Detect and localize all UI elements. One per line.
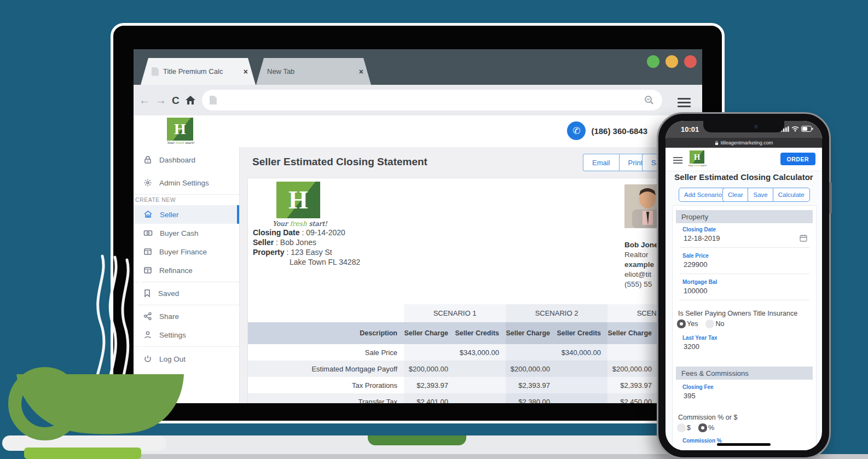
reload-icon[interactable]: C	[172, 95, 180, 106]
zoom-search-icon[interactable]	[644, 95, 655, 106]
app-main: Dashboard Admin Settings CREATE NEW Sell…	[134, 147, 702, 403]
lock-icon	[715, 141, 719, 146]
cash-icon	[143, 229, 153, 237]
home-indicator[interactable]	[717, 443, 771, 446]
window-green-light[interactable]	[647, 55, 659, 68]
home-icon[interactable]	[185, 95, 196, 106]
percent-radio[interactable]	[698, 423, 707, 432]
clock: 10:01	[681, 125, 699, 133]
lock-icon	[143, 155, 152, 164]
table-row: Tax Prorations $2,393.97 $2,393.97 $2,39…	[248, 377, 702, 393]
scenario-group-header: SCENARIO 1 SCENARIO 2 SCENARIO 3	[248, 304, 702, 322]
contact-phone: ✆ (186) 360-6843	[567, 121, 647, 140]
window-controls	[647, 55, 697, 68]
tab-label: Title Premium Calc	[163, 67, 239, 75]
table-column-headers: Description Seller Charge Seller Credits…	[248, 322, 702, 344]
closing-date-label: Closing Date	[682, 226, 716, 233]
company-logo: H	[167, 118, 193, 141]
window-red-light[interactable]	[684, 55, 697, 68]
phone-icon: ✆	[567, 121, 586, 140]
owners-title-insurance-question: Is Seller Paying Owners Title Insurance	[678, 310, 797, 317]
sidebar-label: Admin Settings	[159, 179, 209, 187]
no-radio[interactable]	[705, 319, 714, 328]
sidebar-label: Dashboard	[159, 156, 195, 164]
sidebar-label: Buyer Cash	[160, 229, 199, 237]
camera-dot	[754, 125, 758, 129]
logo-tagline: Your fresh start!	[264, 220, 335, 228]
tab-title-premium-calc[interactable]: Title Premium Calc ×	[141, 58, 256, 85]
sidebar-item-seller[interactable]: Seller	[134, 205, 239, 224]
order-button[interactable]: ORDER	[780, 153, 815, 165]
save-button[interactable]: Save	[748, 188, 772, 202]
yes-radio[interactable]	[677, 319, 686, 328]
dollar-radio[interactable]	[677, 423, 686, 432]
cup-bowl	[16, 374, 184, 434]
sidebar-label: Seller	[160, 211, 179, 219]
mortgage-bal-field[interactable]: 100000	[684, 287, 707, 295]
sidebar-item-admin-settings[interactable]: Admin Settings	[134, 175, 239, 191]
coffee-cup-illustration	[0, 241, 197, 459]
phone-app-header: H Your fresh start! ORDER	[666, 148, 822, 171]
browser-toolbar: ← → C	[134, 85, 702, 115]
calculate-button[interactable]: Calculate	[773, 188, 810, 202]
scenario-1-header: SCENARIO 1	[404, 304, 506, 322]
logo-tagline: Your fresh start!	[686, 164, 708, 167]
scenarios-table: SCENARIO 1 SCENARIO 2 SCENARIO 3 Descrip…	[248, 304, 702, 403]
phone-number: (186) 360-6843	[591, 126, 647, 136]
dollar-label: $	[687, 424, 691, 432]
forward-icon[interactable]: →	[155, 95, 166, 106]
content-area: Seller Estimated Closing Statement Email…	[239, 147, 702, 403]
page-icon	[210, 96, 217, 104]
sidebar-item-buyer-cash[interactable]: Buyer Cash	[134, 225, 239, 241]
commission-percent-label: Commission %	[682, 438, 722, 444]
yes-label: Yes	[687, 320, 698, 328]
closing-fee-label: Closing Fee	[682, 384, 714, 390]
tab-label: New Tab	[267, 67, 355, 75]
section-property: Property	[676, 210, 813, 223]
tab-close-icon[interactable]: ×	[244, 67, 248, 76]
phone-page-title: Seller Estimated Closing Calculator	[666, 172, 822, 182]
browser-menu-icon[interactable]	[678, 96, 691, 109]
menu-icon[interactable]	[673, 155, 682, 165]
yes-no-radio-group: Yes No	[677, 319, 724, 328]
sidebar-item-dashboard[interactable]: Dashboard	[134, 152, 239, 168]
last-year-tax-label: Last Year Tax	[682, 335, 717, 341]
phone-url-bar[interactable]: titleagentmarketing.com	[666, 138, 822, 148]
email-button[interactable]: Email	[583, 154, 619, 171]
window-yellow-light[interactable]	[666, 55, 678, 68]
statement-card: H Your fresh start! Closing Date : 09-14…	[247, 178, 702, 403]
browser-tab-bar: Title Premium Calc × New Tab ×	[134, 49, 702, 85]
divider	[134, 194, 239, 195]
wifi-icon	[791, 126, 799, 132]
phone-screen: 10:01 titleagentmarketing.com H Your fre…	[666, 121, 822, 450]
company-logo: H	[690, 150, 704, 164]
company-logo: H	[276, 182, 320, 218]
clear-button[interactable]: Clear	[722, 188, 748, 202]
closing-fee-field[interactable]: 395	[684, 392, 696, 400]
calculator-form-card: Property Closing Date 12-18-2019 Sale Pr…	[672, 205, 817, 450]
house-icon	[143, 210, 153, 219]
divider	[679, 300, 809, 300]
percent-label: %	[708, 424, 714, 432]
divider	[679, 274, 809, 274]
closing-date-field[interactable]: 12-18-2019	[684, 234, 720, 242]
calendar-icon[interactable]	[800, 234, 807, 242]
gear-icon	[143, 178, 152, 187]
table-row: Estimated Mortgage Payoff $200,000.00 $2…	[248, 361, 702, 377]
scenario-2-header: SCENARIO 2	[506, 304, 607, 322]
marketing-banner: Title Premium Calc × New Tab × ← → C	[0, 0, 868, 459]
dollar-percent-radio-group: $ %	[677, 423, 714, 432]
address-bar[interactable]	[202, 90, 662, 111]
tab-close-icon[interactable]: ×	[359, 67, 363, 76]
page-title: Seller Estimated Closing Statement	[252, 156, 427, 168]
back-icon[interactable]: ←	[139, 95, 150, 106]
commission-question: Commission % or $	[678, 414, 737, 421]
phone-side-button	[829, 182, 832, 214]
add-scenario-button[interactable]: Add Scenario	[679, 188, 727, 202]
tab-new-tab[interactable]: New Tab ×	[256, 58, 371, 85]
page-favicon-icon	[152, 67, 159, 76]
sale-price-label: Sale Price	[682, 253, 709, 259]
sale-price-field[interactable]: 229900	[684, 260, 707, 269]
last-year-tax-field[interactable]: 3200	[684, 342, 699, 351]
section-fees-commissions: Fees & Commissions	[676, 367, 813, 380]
